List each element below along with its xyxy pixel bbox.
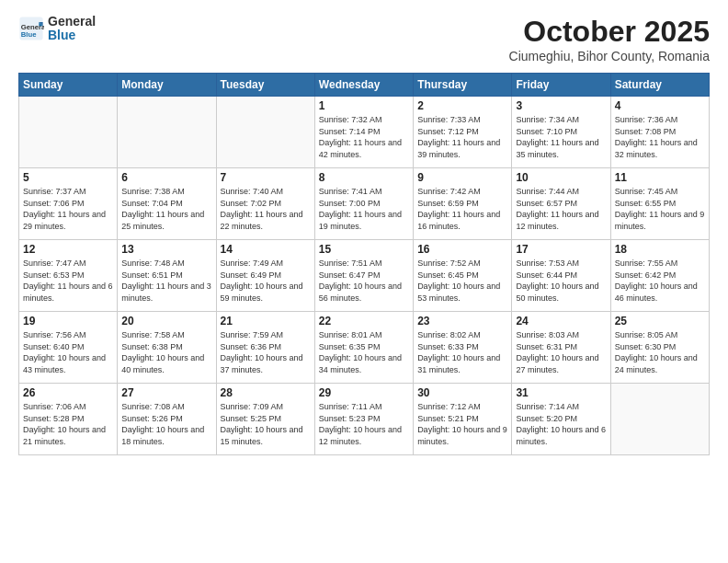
day-info: Sunrise: 7:55 AM Sunset: 6:42 PM Dayligh… <box>615 258 705 304</box>
day-cell: 7Sunrise: 7:40 AM Sunset: 7:02 PM Daylig… <box>216 168 314 240</box>
day-info: Sunrise: 7:09 AM Sunset: 5:25 PM Dayligh… <box>221 401 311 447</box>
day-cell: 29Sunrise: 7:11 AM Sunset: 5:23 PM Dayli… <box>314 384 413 455</box>
day-number: 9 <box>417 171 507 184</box>
day-info: Sunrise: 7:33 AM Sunset: 7:12 PM Dayligh… <box>417 114 507 160</box>
day-cell: 15Sunrise: 7:51 AM Sunset: 6:47 PM Dayli… <box>314 240 413 312</box>
weekday-header-row: Sunday Monday Tuesday Wednesday Thursday… <box>19 74 710 97</box>
day-cell: 19Sunrise: 7:56 AM Sunset: 6:40 PM Dayli… <box>19 312 118 384</box>
day-info: Sunrise: 8:03 AM Sunset: 6:31 PM Dayligh… <box>516 329 606 375</box>
calendar: Sunday Monday Tuesday Wednesday Thursday… <box>18 73 710 455</box>
col-friday: Friday <box>512 74 610 97</box>
week-row-3: 12Sunrise: 7:47 AM Sunset: 6:53 PM Dayli… <box>19 240 710 312</box>
day-cell: 21Sunrise: 7:59 AM Sunset: 6:36 PM Dayli… <box>216 312 314 384</box>
day-info: Sunrise: 7:49 AM Sunset: 6:49 PM Dayligh… <box>221 258 311 304</box>
day-cell: 4Sunrise: 7:36 AM Sunset: 7:08 PM Daylig… <box>610 97 709 168</box>
day-number: 27 <box>121 386 211 399</box>
day-info: Sunrise: 7:06 AM Sunset: 5:28 PM Dayligh… <box>23 401 113 447</box>
day-number: 29 <box>319 386 409 399</box>
day-info: Sunrise: 7:42 AM Sunset: 6:59 PM Dayligh… <box>417 186 507 232</box>
day-cell: 10Sunrise: 7:44 AM Sunset: 6:57 PM Dayli… <box>512 168 610 240</box>
day-info: Sunrise: 8:02 AM Sunset: 6:33 PM Dayligh… <box>417 329 507 375</box>
day-cell: 11Sunrise: 7:45 AM Sunset: 6:55 PM Dayli… <box>610 168 709 240</box>
day-number: 4 <box>615 99 705 112</box>
logo-blue-text: Blue <box>48 29 96 42</box>
day-number: 23 <box>417 315 507 327</box>
col-saturday: Saturday <box>610 74 709 97</box>
week-row-5: 26Sunrise: 7:06 AM Sunset: 5:28 PM Dayli… <box>19 384 710 455</box>
day-cell: 26Sunrise: 7:06 AM Sunset: 5:28 PM Dayli… <box>19 384 118 455</box>
logo-text: General Blue <box>48 15 96 43</box>
day-number: 15 <box>319 243 409 256</box>
day-number: 26 <box>23 386 113 399</box>
day-number: 10 <box>516 171 606 184</box>
title-block: October 2025 Ciumeghiu, Bihor County, Ro… <box>509 15 710 63</box>
page: General Blue General Blue October 2025 C… <box>0 0 728 563</box>
col-monday: Monday <box>118 74 216 97</box>
col-tuesday: Tuesday <box>216 74 314 97</box>
day-number: 17 <box>516 243 606 256</box>
day-cell: 24Sunrise: 8:03 AM Sunset: 6:31 PM Dayli… <box>512 312 610 384</box>
day-info: Sunrise: 8:05 AM Sunset: 6:30 PM Dayligh… <box>615 329 705 375</box>
day-cell: 3Sunrise: 7:34 AM Sunset: 7:10 PM Daylig… <box>512 97 610 168</box>
day-info: Sunrise: 7:58 AM Sunset: 6:38 PM Dayligh… <box>121 329 211 375</box>
day-info: Sunrise: 7:56 AM Sunset: 6:40 PM Dayligh… <box>23 329 113 375</box>
day-cell: 23Sunrise: 8:02 AM Sunset: 6:33 PM Dayli… <box>414 312 512 384</box>
day-cell: 9Sunrise: 7:42 AM Sunset: 6:59 PM Daylig… <box>414 168 512 240</box>
day-info: Sunrise: 8:01 AM Sunset: 6:35 PM Dayligh… <box>319 329 409 375</box>
day-info: Sunrise: 7:51 AM Sunset: 6:47 PM Dayligh… <box>319 258 409 304</box>
day-info: Sunrise: 7:37 AM Sunset: 7:06 PM Dayligh… <box>23 186 113 232</box>
svg-text:Blue: Blue <box>21 30 37 39</box>
location: Ciumeghiu, Bihor County, Romania <box>509 49 710 63</box>
day-number: 6 <box>121 171 211 184</box>
day-cell <box>610 384 709 455</box>
day-cell: 22Sunrise: 8:01 AM Sunset: 6:35 PM Dayli… <box>314 312 413 384</box>
day-number: 12 <box>23 243 113 256</box>
logo-icon: General Blue <box>18 16 44 41</box>
day-number: 21 <box>221 315 311 327</box>
col-sunday: Sunday <box>19 74 118 97</box>
day-cell: 14Sunrise: 7:49 AM Sunset: 6:49 PM Dayli… <box>216 240 314 312</box>
day-cell: 17Sunrise: 7:53 AM Sunset: 6:44 PM Dayli… <box>512 240 610 312</box>
day-number: 24 <box>516 315 606 327</box>
day-number: 22 <box>319 315 409 327</box>
day-info: Sunrise: 7:40 AM Sunset: 7:02 PM Dayligh… <box>221 186 311 232</box>
day-info: Sunrise: 7:59 AM Sunset: 6:36 PM Dayligh… <box>221 329 311 375</box>
day-number: 1 <box>319 99 409 112</box>
day-number: 20 <box>121 315 211 327</box>
day-cell: 1Sunrise: 7:32 AM Sunset: 7:14 PM Daylig… <box>314 97 413 168</box>
day-info: Sunrise: 7:36 AM Sunset: 7:08 PM Dayligh… <box>615 114 705 160</box>
day-number: 13 <box>121 243 211 256</box>
day-info: Sunrise: 7:14 AM Sunset: 5:20 PM Dayligh… <box>516 401 606 447</box>
day-cell: 18Sunrise: 7:55 AM Sunset: 6:42 PM Dayli… <box>610 240 709 312</box>
week-row-1: 1Sunrise: 7:32 AM Sunset: 7:14 PM Daylig… <box>19 97 710 168</box>
week-row-4: 19Sunrise: 7:56 AM Sunset: 6:40 PM Dayli… <box>19 312 710 384</box>
day-cell: 5Sunrise: 7:37 AM Sunset: 7:06 PM Daylig… <box>19 168 118 240</box>
header: General Blue General Blue October 2025 C… <box>18 15 710 63</box>
day-number: 8 <box>319 171 409 184</box>
day-info: Sunrise: 7:12 AM Sunset: 5:21 PM Dayligh… <box>417 401 507 447</box>
day-number: 14 <box>221 243 311 256</box>
day-cell: 30Sunrise: 7:12 AM Sunset: 5:21 PM Dayli… <box>414 384 512 455</box>
day-cell: 25Sunrise: 8:05 AM Sunset: 6:30 PM Dayli… <box>610 312 709 384</box>
day-cell: 8Sunrise: 7:41 AM Sunset: 7:00 PM Daylig… <box>314 168 413 240</box>
day-number: 11 <box>615 171 705 184</box>
day-number: 30 <box>417 386 507 399</box>
day-cell: 12Sunrise: 7:47 AM Sunset: 6:53 PM Dayli… <box>19 240 118 312</box>
day-number: 2 <box>417 99 507 112</box>
day-number: 3 <box>516 99 606 112</box>
day-number: 25 <box>615 315 705 327</box>
day-info: Sunrise: 7:34 AM Sunset: 7:10 PM Dayligh… <box>516 114 606 160</box>
day-number: 18 <box>615 243 705 256</box>
day-cell: 28Sunrise: 7:09 AM Sunset: 5:25 PM Dayli… <box>216 384 314 455</box>
day-number: 28 <box>221 386 311 399</box>
day-cell: 16Sunrise: 7:52 AM Sunset: 6:45 PM Dayli… <box>414 240 512 312</box>
week-row-2: 5Sunrise: 7:37 AM Sunset: 7:06 PM Daylig… <box>19 168 710 240</box>
day-cell <box>216 97 314 168</box>
day-info: Sunrise: 7:52 AM Sunset: 6:45 PM Dayligh… <box>417 258 507 304</box>
day-info: Sunrise: 7:32 AM Sunset: 7:14 PM Dayligh… <box>319 114 409 160</box>
day-info: Sunrise: 7:38 AM Sunset: 7:04 PM Dayligh… <box>121 186 211 232</box>
day-number: 5 <box>23 171 113 184</box>
day-number: 19 <box>23 315 113 327</box>
month-year: October 2025 <box>509 15 710 49</box>
day-info: Sunrise: 7:11 AM Sunset: 5:23 PM Dayligh… <box>319 401 409 447</box>
